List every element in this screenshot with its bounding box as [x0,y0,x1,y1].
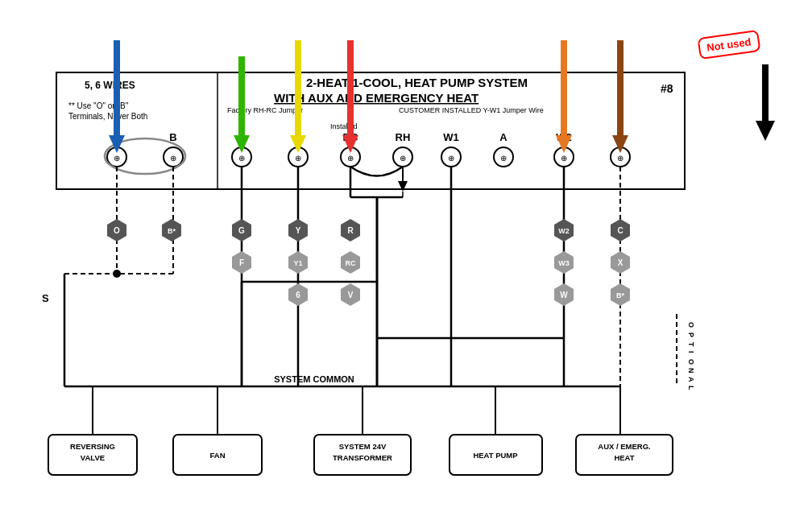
svg-text:X: X [618,258,624,267]
svg-text:B*: B* [616,291,624,299]
svg-text:I: I [687,351,695,353]
svg-text:VALVE: VALVE [81,453,105,462]
svg-text:⊕: ⊕ [400,154,406,163]
svg-text:⊕: ⊕ [114,154,120,163]
svg-text:⊕: ⊕ [238,154,245,163]
svg-text:SYSTEM COMMON: SYSTEM COMMON [274,374,354,384]
svg-text:HEAT: HEAT [614,453,634,462]
svg-text:Y: Y [296,226,301,235]
svg-text:W2: W2 [558,227,570,235]
wiring-diagram: 2-HEAT/1-COOL, HEAT PUMP SYSTEM WITH AUX… [0,0,812,516]
svg-text:SYSTEM 24V: SYSTEM 24V [339,442,387,451]
svg-text:⊕: ⊕ [170,154,176,163]
svg-text:B*: B* [168,227,176,235]
svg-text:2-HEAT/1-COOL, HEAT PUMP SYSTE: 2-HEAT/1-COOL, HEAT PUMP SYSTEM [306,76,528,89]
svg-text:TRANSFORMER: TRANSFORMER [333,453,392,462]
svg-text:AUX / EMERG.: AUX / EMERG. [598,442,650,451]
svg-text:A: A [499,131,508,143]
svg-text:⊕: ⊕ [617,154,624,163]
svg-rect-1 [56,72,685,189]
svg-text:F: F [239,258,244,267]
svg-text:W: W [560,291,568,299]
svg-text:V: V [348,291,354,299]
svg-text:HEAT PUMP: HEAT PUMP [473,451,518,460]
svg-text:W1: W1 [443,131,459,143]
diagram-container: 2-HEAT/1-COOL, HEAT PUMP SYSTEM WITH AUX… [0,0,812,516]
svg-text:⊕: ⊕ [500,154,507,163]
svg-text:REVERSING: REVERSING [70,442,115,451]
svg-text:A: A [687,377,695,382]
svg-text:G: G [238,226,245,235]
svg-text:W3: W3 [558,259,570,267]
svg-text:O: O [114,226,120,235]
svg-text:⊕: ⊕ [561,154,567,163]
svg-text:⊕: ⊕ [295,154,301,163]
svg-text:⊕: ⊕ [347,154,354,163]
svg-text:6: 6 [296,291,300,299]
svg-text:CUSTOMER INSTALLED Y-W1 Jumper: CUSTOMER INSTALLED Y-W1 Jumper Wire [399,106,544,114]
svg-text:RC: RC [346,259,356,267]
svg-text:P: P [687,332,695,337]
svg-text:S: S [42,292,49,304]
svg-text:L: L [687,386,695,390]
svg-text:RH: RH [396,131,411,143]
svg-text:FAN: FAN [210,451,226,460]
svg-text:⊕: ⊕ [448,154,454,163]
svg-text:WITH AUX AND EMERGENCY HEAT: WITH AUX AND EMERGENCY HEAT [274,91,478,105]
svg-text:N: N [687,368,695,374]
svg-text:Y1: Y1 [293,259,302,267]
svg-text:5, 6 WIRES: 5, 6 WIRES [85,80,135,91]
svg-text:Terminals, Never Both: Terminals, Never Both [68,112,147,121]
svg-text:#8: #8 [661,82,673,95]
svg-text:O: O [687,322,695,328]
svg-text:C: C [617,226,623,235]
svg-text:O: O [687,359,695,365]
svg-text:R: R [347,226,354,235]
svg-text:T: T [687,342,695,347]
